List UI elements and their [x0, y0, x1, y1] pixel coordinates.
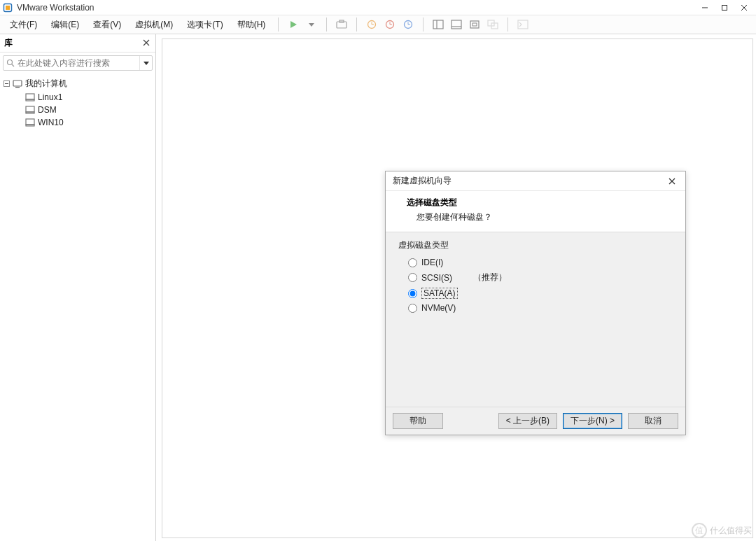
toolbar-separator [423, 17, 424, 31]
menu-edit[interactable]: 编辑(E) [46, 17, 85, 33]
radio-scsi-extra: （推荐） [473, 272, 507, 283]
library-tree: 我的计算机 Linux1 DSM WIN10 [0, 73, 155, 541]
clock-red-icon[interactable] [382, 17, 398, 32]
radio-sata-label: SATA(A) [421, 288, 458, 299]
radio-ide-input[interactable] [408, 258, 417, 267]
svg-marker-7 [309, 23, 314, 27]
vm-icon [25, 118, 35, 127]
svg-rect-1 [6, 6, 10, 10]
layout-split-icon[interactable] [430, 17, 446, 32]
radio-scsi[interactable]: SCSI(S) （推荐） [398, 269, 673, 286]
layout-single-icon[interactable] [449, 17, 464, 32]
help-button[interactable]: 帮助 [393, 413, 443, 429]
play-button[interactable] [286, 17, 301, 32]
dialog-title: 新建虚拟机向导 [393, 175, 666, 187]
library-title: 库 [4, 37, 141, 49]
menu-file[interactable]: 文件(F) [4, 17, 43, 33]
search-input[interactable] [18, 58, 139, 68]
menu-tabs[interactable]: 选项卡(T) [181, 17, 228, 33]
svg-rect-39 [26, 106, 34, 112]
toolbar-separator [356, 17, 357, 31]
svg-rect-21 [451, 20, 461, 29]
dialog-close-icon[interactable] [666, 175, 678, 188]
computer-icon [13, 79, 22, 89]
sidebar: 库 我的计算机 Linux1 [0, 34, 156, 541]
tree-item-win10[interactable]: WIN10 [1, 116, 154, 129]
vm-icon [25, 105, 35, 115]
title-bar: VMware Workstation [0, 0, 756, 15]
new-vm-wizard-dialog: 新建虚拟机向导 选择磁盘类型 您要创建何种磁盘？ 虚拟磁盘类型 IDE(I) [385, 171, 686, 435]
svg-marker-6 [290, 21, 297, 28]
radio-scsi-input[interactable] [408, 273, 417, 282]
svg-marker-32 [144, 62, 149, 65]
library-close-icon[interactable] [141, 38, 151, 48]
radio-sata-input[interactable] [408, 289, 417, 298]
radio-scsi-label: SCSI(S) [421, 273, 452, 283]
svg-line-31 [12, 64, 14, 66]
radio-ide[interactable]: IDE(I) [398, 255, 673, 269]
tree-root-my-computer[interactable]: 我的计算机 [1, 76, 154, 91]
fullscreen-icon[interactable] [467, 17, 482, 32]
menu-vm[interactable]: 虚拟机(M) [130, 17, 178, 33]
svg-rect-19 [433, 20, 443, 29]
window-title: VMware Workstation [17, 3, 94, 13]
dialog-subheading: 您要创建何种磁盘？ [407, 211, 674, 223]
svg-point-30 [8, 60, 13, 65]
svg-rect-27 [518, 20, 528, 29]
svg-rect-3 [722, 5, 727, 10]
next-button[interactable]: 下一步(N) > [563, 413, 622, 429]
menu-view[interactable]: 查看(V) [88, 17, 127, 33]
clock-orange-icon[interactable] [364, 17, 379, 32]
library-header: 库 [0, 34, 155, 52]
svg-rect-24 [472, 23, 477, 26]
window-controls [700, 3, 753, 13]
search-dropdown-icon[interactable] [139, 56, 152, 70]
tree-item-dsm[interactable]: DSM [1, 104, 154, 116]
tree-item-linux1[interactable]: Linux1 [1, 91, 154, 104]
tree-label: 我的计算机 [25, 78, 67, 90]
disk-type-group: 虚拟磁盘类型 IDE(I) SCSI(S) （推荐） SATA(A) [394, 239, 677, 326]
app-icon [3, 3, 13, 13]
svg-rect-23 [470, 21, 479, 28]
radio-sata[interactable]: SATA(A) [398, 286, 673, 301]
svg-rect-41 [26, 119, 34, 125]
tree-label: Linux1 [38, 92, 62, 102]
radio-ide-label: IDE(I) [421, 258, 443, 267]
cancel-button[interactable]: 取消 [628, 413, 678, 429]
maximize-button[interactable] [720, 3, 729, 13]
dialog-header: 选择磁盘类型 您要创建何种磁盘？ [386, 191, 685, 232]
dialog-footer: 帮助 < 上一步(B) 下一步(N) > 取消 [386, 407, 685, 435]
tree-label: DSM [38, 105, 57, 115]
radio-nvme[interactable]: NVMe(V) [398, 301, 673, 315]
svg-rect-42 [26, 125, 34, 126]
unity-icon[interactable] [485, 17, 500, 32]
console-icon[interactable] [515, 17, 531, 32]
clock-blue-icon[interactable] [400, 17, 416, 32]
tree-label: WIN10 [38, 118, 64, 127]
svg-rect-40 [26, 112, 34, 113]
play-dropdown[interactable] [304, 17, 319, 32]
dialog-heading: 选择磁盘类型 [407, 197, 674, 209]
toolbar-separator [278, 17, 279, 31]
collapse-icon[interactable] [3, 80, 10, 87]
main-body: 库 我的计算机 Linux1 [0, 34, 756, 541]
menu-bar: 文件(F) 编辑(E) 查看(V) 虚拟机(M) 选项卡(T) 帮助(H) [0, 15, 756, 34]
close-button[interactable] [739, 3, 749, 13]
dialog-title-bar: 新建虚拟机向导 [386, 171, 685, 191]
group-legend: 虚拟磁盘类型 [398, 239, 673, 251]
search-icon [4, 59, 18, 67]
content-area: 新建虚拟机向导 选择磁盘类型 您要创建何种磁盘？ 虚拟磁盘类型 IDE(I) [156, 34, 756, 541]
snapshot-icon[interactable] [334, 17, 349, 32]
radio-nvme-label: NVMe(V) [421, 303, 456, 313]
svg-rect-38 [26, 99, 34, 101]
minimize-button[interactable] [700, 3, 710, 13]
back-button[interactable]: < 上一步(B) [498, 413, 557, 429]
library-search [3, 55, 153, 71]
svg-rect-37 [26, 94, 34, 99]
vm-icon [25, 92, 35, 102]
dialog-body: 虚拟磁盘类型 IDE(I) SCSI(S) （推荐） SATA(A) [386, 232, 685, 333]
menu-help[interactable]: 帮助(H) [232, 17, 272, 33]
radio-nvme-input[interactable] [408, 304, 417, 313]
svg-rect-35 [13, 80, 22, 86]
toolbar-separator [507, 17, 508, 31]
